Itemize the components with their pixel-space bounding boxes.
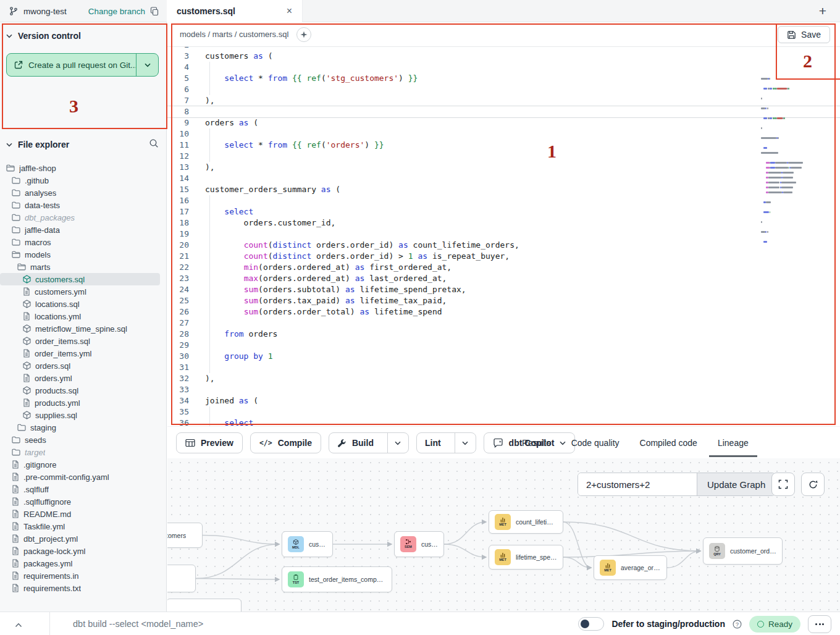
file-tree-item-metricflow_time_spine.sql[interactable]: metricflow_time_spine.sql: [0, 322, 166, 335]
file-tree-item-staging[interactable]: staging: [0, 421, 166, 434]
lineage-node-orders[interactable]: orders: [167, 565, 196, 592]
lineage-canvas[interactable]: stg_customersordersMDLcustomersSEMcustom…: [167, 458, 840, 612]
file-tree-item-dbt_project.yml[interactable]: dbt_project.yml: [0, 532, 166, 545]
file-tree-item-jaffle-shop[interactable]: jaffle-shop: [0, 162, 166, 174]
refresh-button[interactable]: [801, 473, 825, 496]
file-tree-item-marts[interactable]: marts: [0, 261, 166, 273]
code-line-29[interactable]: 29: [167, 340, 840, 351]
code-line-20[interactable]: 20 count(distinct orders.order_id) as co…: [167, 240, 840, 251]
code-line-8[interactable]: 8: [167, 106, 840, 117]
tab-code-quality[interactable]: Code quality: [571, 427, 620, 459]
file-tree-item-macros[interactable]: macros: [0, 236, 166, 248]
file-tree-item-packages.yml[interactable]: packages.yml: [0, 557, 166, 570]
code-line-35[interactable]: 35: [167, 406, 840, 418]
more-options-button[interactable]: [808, 615, 831, 633]
code-line-16[interactable]: 16: [167, 195, 840, 206]
file-tree-item-orders.yml[interactable]: orders.yml: [0, 372, 166, 384]
build-dropdown-button[interactable]: [387, 433, 408, 453]
code-line-6[interactable]: 6: [167, 84, 840, 95]
file-tree-item-order_items.sql[interactable]: order_items.sql: [0, 335, 166, 347]
file-tree-item-locations.yml[interactable]: locations.yml: [0, 310, 166, 322]
code-line-17[interactable]: 17 select: [167, 206, 840, 217]
code-line-26[interactable]: 26 sum(orders.order_total) as lifetime_s…: [167, 306, 840, 318]
build-button[interactable]: Build: [329, 433, 382, 453]
file-tree-item-analyses[interactable]: analyses: [0, 187, 166, 199]
preview-button[interactable]: Preview: [176, 432, 243, 453]
code-line-28[interactable]: 28 from orders: [167, 329, 840, 340]
lineage-node-customer_order_metrics[interactable]: QRYcustomer_order_metrics: [703, 537, 783, 565]
file-tree-item-README.md[interactable]: README.md: [0, 508, 166, 520]
code-line-33[interactable]: 33: [167, 384, 840, 395]
file-tree-item-requirements.in[interactable]: requirements.in: [0, 570, 166, 582]
file-tree-item-orders.sql[interactable]: orders.sql: [0, 360, 166, 372]
file-tree-item-.pre-commit-config.yaml[interactable]: .pre-commit-config.yaml: [0, 471, 166, 483]
code-line-12[interactable]: 12: [167, 151, 840, 162]
search-icon[interactable]: [149, 138, 159, 151]
copilot-breadcrumb-icon[interactable]: [296, 27, 312, 43]
file-tree-item-customers.yml[interactable]: customers.yml: [0, 285, 166, 298]
file-tree-item-products.yml[interactable]: products.yml: [0, 397, 166, 409]
lineage-node-customers_sem[interactable]: SEMcustomers: [394, 531, 444, 557]
code-editor[interactable]: 23customers as (45 select * from {{ ref(…: [167, 47, 840, 426]
code-line-5[interactable]: 5 select * from {{ ref('stg_customers') …: [167, 73, 840, 84]
file-tree-item-.github[interactable]: .github: [0, 174, 166, 187]
code-line-11[interactable]: 11 select * from {{ ref('orders') }}: [167, 140, 840, 151]
code-line-9[interactable]: 9orders as (: [167, 117, 840, 128]
close-icon[interactable]: ×: [287, 6, 292, 16]
tab-results[interactable]: Results: [522, 427, 551, 459]
tab-customers-sql[interactable]: customers.sql ×: [167, 0, 303, 22]
code-line-32[interactable]: 32),: [167, 373, 840, 384]
file-tree-item-.sqlfluff[interactable]: .sqlfluff: [0, 483, 166, 495]
lineage-node-count_lifetime_orders[interactable]: METcount_lifetime_orders: [489, 510, 563, 534]
minimap[interactable]: [761, 73, 812, 419]
pr-dropdown-button[interactable]: [136, 54, 158, 76]
defer-toggle[interactable]: [578, 617, 604, 631]
version-control-header[interactable]: Version control: [6, 31, 81, 41]
lineage-selector-input[interactable]: [578, 473, 697, 495]
file-tree-item-Taskfile.yml[interactable]: Taskfile.yml: [0, 520, 166, 532]
lineage-node-stg_customers[interactable]: stg_customers: [167, 523, 203, 548]
code-line-4[interactable]: 4: [167, 62, 840, 73]
copy-icon[interactable]: [150, 7, 159, 16]
code-line-10[interactable]: 10: [167, 128, 840, 140]
code-line-36[interactable]: 36 select: [167, 418, 840, 426]
file-tree-item-supplies.sql[interactable]: supplies.sql: [0, 409, 166, 421]
code-line-18[interactable]: 18 orders.customer_id,: [167, 217, 840, 229]
file-tree-item-models[interactable]: models: [0, 248, 166, 261]
code-line-25[interactable]: 25 sum(orders.tax_paid) as lifetime_tax_…: [167, 295, 840, 306]
file-tree-item-order_items.yml[interactable]: order_items.yml: [0, 347, 166, 360]
create-pull-request-button[interactable]: Create a pull request on Git...: [6, 53, 159, 77]
code-line-19[interactable]: 19: [167, 229, 840, 240]
lint-button[interactable]: Lint: [417, 433, 449, 453]
code-line-7[interactable]: 7),: [167, 95, 840, 106]
code-line-15[interactable]: 15customer_orders_summary as (: [167, 184, 840, 195]
file-tree-item-locations.sql[interactable]: locations.sql: [0, 298, 166, 310]
help-icon[interactable]: ?: [733, 620, 742, 629]
code-line-21[interactable]: 21 count(distinct orders.order_id) > 1 a…: [167, 251, 840, 262]
compile-button[interactable]: </> Compile: [250, 432, 321, 453]
code-line-13[interactable]: 13),: [167, 162, 840, 173]
chevron-up-icon[interactable]: [15, 619, 22, 630]
code-line-14[interactable]: 14: [167, 173, 840, 184]
file-tree-item-package-lock.yml[interactable]: package-lock.yml: [0, 545, 166, 557]
file-tree-item-customers.sql[interactable]: customers.sql: [0, 273, 160, 285]
file-tree-item-requirements.txt[interactable]: requirements.txt: [0, 582, 166, 594]
save-button[interactable]: Save: [778, 26, 830, 43]
tab-lineage[interactable]: Lineage: [718, 427, 749, 459]
code-line-22[interactable]: 22 min(orders.ordered_at) as first_order…: [167, 262, 840, 273]
code-line-31[interactable]: 31: [167, 362, 840, 373]
file-tree-item-dbt_packages[interactable]: dbt_packages: [0, 211, 166, 224]
file-tree-item-jaffle-data[interactable]: jaffle-data: [0, 224, 166, 236]
update-graph-button[interactable]: Update Graph: [697, 473, 775, 495]
code-line-27[interactable]: 27: [167, 318, 840, 329]
lineage-node-customers_mdl[interactable]: MDLcustomers: [282, 531, 333, 557]
change-branch-link[interactable]: Change branch: [88, 7, 145, 16]
file-tree-item-.gitignore[interactable]: .gitignore: [0, 458, 166, 471]
file-tree-item-target[interactable]: target: [0, 446, 166, 458]
new-tab-button[interactable]: +: [814, 2, 831, 20]
code-line-24[interactable]: 24 sum(orders.subtotal) as lifetime_spen…: [167, 284, 840, 295]
tab-compiled-code[interactable]: Compiled code: [640, 427, 697, 459]
command-input[interactable]: [73, 616, 419, 632]
file-tree-item-products.sql[interactable]: products.sql: [0, 384, 166, 397]
code-line-3[interactable]: 3customers as (: [167, 51, 840, 62]
